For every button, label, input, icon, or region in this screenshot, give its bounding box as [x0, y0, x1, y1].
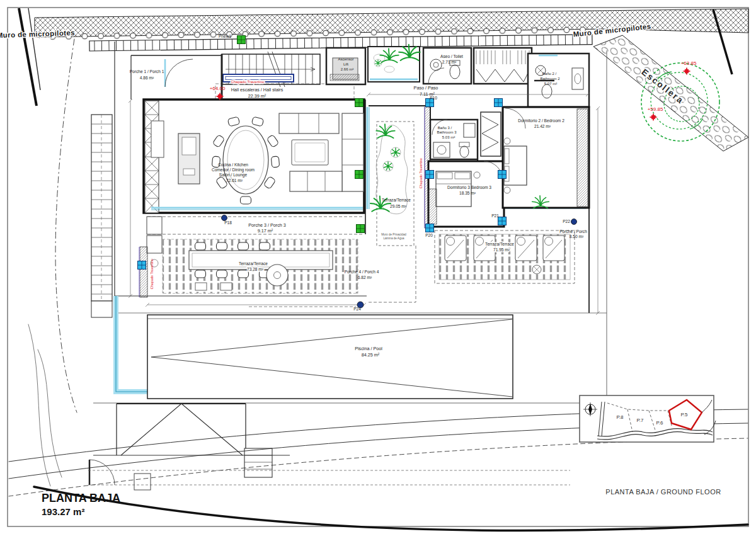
marker-p18: P18	[224, 220, 232, 225]
toilet-label: Aseo / Toilet	[440, 54, 463, 59]
bath3-area: 5.03 m²	[442, 135, 455, 139]
level-lower: +59.85	[648, 106, 663, 112]
pool-label: Piscina / Pool	[355, 346, 382, 351]
floor-plan-sheet: Muro de micropilotes Muro de micropilote…	[0, 0, 756, 534]
hall-area: 22.39 m²	[248, 93, 266, 99]
sofa-set	[279, 113, 364, 191]
bedroom3-area: 18.35 m²	[459, 191, 476, 195]
porch-right-label: Porche / Porch	[559, 229, 587, 234]
wardrobe	[474, 48, 532, 84]
bedroom2-area: 21.42 m²	[534, 124, 551, 128]
paso-label: Paso / Paso	[414, 85, 438, 91]
bath2-label-1: Baño 2 /	[542, 72, 557, 76]
bath3-label-1: Baño 3 /	[438, 126, 452, 130]
inset-parcel-p5: P.5	[681, 412, 689, 418]
porch3-label: Porche 3 / Porch 3	[248, 222, 286, 228]
bedroom2-label: Dormitorio 2 / Bedroom 2	[518, 118, 564, 123]
planter-note-2: Lámina de Agua	[383, 237, 404, 240]
terrace-central-label: Terraza/Terrace	[382, 198, 411, 202]
marker-p22: P22	[563, 219, 570, 224]
lift-label-1: Ascensor	[338, 57, 353, 61]
salon-area: 72.61 m²	[226, 178, 243, 183]
porch3-area: 9.17 m²	[258, 228, 273, 234]
porch-right-area: 8.50 m²	[570, 234, 584, 239]
porch4-area: 6.82 m²	[358, 275, 372, 280]
pool	[147, 315, 513, 399]
marker-pnew1: Pnew1	[219, 34, 231, 38]
travertine-note-vertical-2: Chapado Travertino	[150, 259, 154, 289]
toilet-area: 2.71 m²	[442, 60, 457, 64]
bedroom3-label: Dormitorio 3 Bedroom 3	[447, 185, 491, 190]
bath2-label-2: Bathroom 2	[540, 77, 560, 81]
porch1-area: 4.86 m²	[140, 76, 154, 80]
salon-label-2: Comedor / Dining room	[212, 168, 255, 173]
inset-parcel-p8: P.8	[617, 414, 624, 420]
footer-title: PLANTA BAJA / GROUND FLOOR	[605, 488, 721, 496]
lift-room	[326, 48, 365, 84]
marker-p20: P20	[425, 233, 433, 237]
terrace-deck-area: 73.28 m²	[247, 267, 264, 271]
location-inset: P.8 P.7 P.6 P.5	[580, 395, 716, 442]
sheet-border	[8, 8, 748, 526]
planter-note-1: Muro de Privacidad	[381, 233, 406, 236]
terrace-central-area: 29.05 m²	[390, 204, 407, 208]
lift-label-2: Lift	[343, 62, 348, 66]
marker-p24: P24	[353, 307, 361, 311]
porch1-label: Porche 1 / Porch 1	[130, 69, 164, 74]
level-hall: +64.00	[210, 86, 226, 91]
salon-label-3: Salón / Lounge	[219, 173, 248, 178]
plan-title-area: 193.27 m²	[42, 506, 84, 517]
hall-label: Hall escaleras / Hall stairs	[231, 87, 284, 93]
terrace-right-area: 71.95 m²	[493, 247, 510, 252]
toilet-room	[423, 48, 471, 84]
planter-box	[368, 45, 420, 82]
bath2-area: 5.07 m²	[544, 82, 557, 86]
porch4-label: Porche 4 / Porch 4	[345, 270, 379, 274]
travertine-note: Chapado Travertino	[231, 80, 265, 84]
level-upper: +63.85	[681, 60, 697, 66]
marker-p21: P21	[491, 213, 499, 218]
inset-parcel-p7: P.7	[637, 418, 644, 423]
plan-title: PLANTA BAJA	[42, 492, 120, 504]
terrace-deck-label: Terraza/Terrace	[239, 261, 268, 266]
lift-area: 2.66 m²	[341, 67, 353, 71]
marker-p10: P10	[430, 96, 437, 100]
bath3-label-2: Bathroom 3	[437, 130, 457, 134]
terrace-right-label: Terraza/Terrace	[485, 242, 514, 246]
closet	[481, 112, 501, 156]
travertine-note-vertical: Chapado Travertino	[419, 158, 423, 188]
inset-parcel-p6: P.6	[656, 420, 664, 426]
salon-label-1: Cocina / Kitchen	[218, 162, 248, 167]
plan-drawing: Muro de micropilotes Muro de micropilote…	[0, 0, 756, 534]
pool-area: 84.25 m²	[362, 352, 380, 358]
